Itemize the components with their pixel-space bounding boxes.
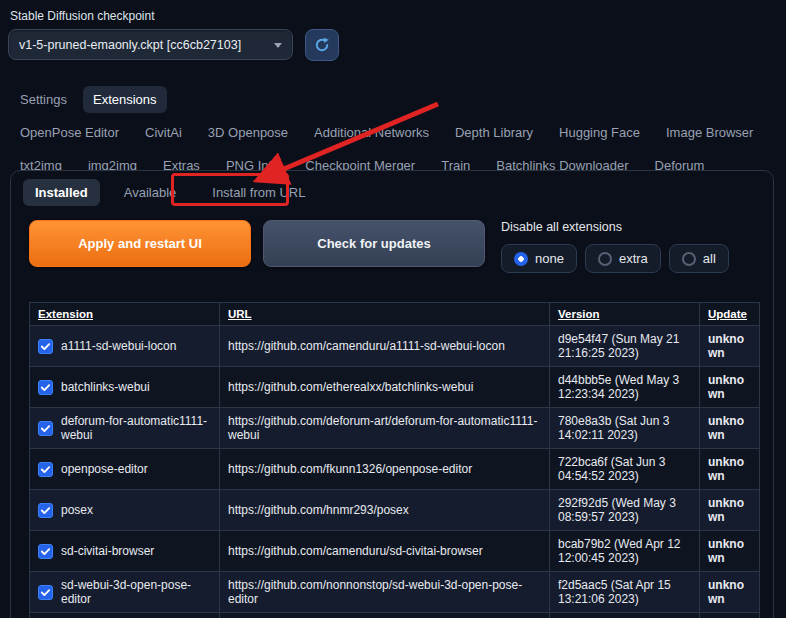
column-header-extension: Extension <box>30 303 220 326</box>
refresh-checkpoint-button[interactable] <box>305 29 339 61</box>
refresh-icon <box>313 36 331 54</box>
column-header-version: Version <box>550 303 700 326</box>
tab-settings[interactable]: Settings <box>10 86 77 113</box>
extension-name: posex <box>61 503 93 517</box>
app-root: Stable Diffusion checkpoint v1-5-pruned-… <box>0 0 786 618</box>
tab-hugging-face[interactable]: Hugging Face <box>549 119 650 146</box>
check-updates-button[interactable]: Check for updates <box>263 220 485 267</box>
extension-version: d44bbb5e (Wed May 3 12:23:34 2023) <box>550 367 700 408</box>
extension-update: unknown <box>700 449 760 490</box>
checkpoint-value: v1-5-pruned-emaonly.ckpt [cc6cb27103] <box>19 38 241 52</box>
main-tabbar: Settings Extensions OpenPose Editor Civi… <box>10 86 776 179</box>
extension-update: unknown <box>700 326 760 367</box>
table-row: sd-webui-additional-networks https://git… <box>30 613 760 618</box>
radio-label: none <box>535 251 564 266</box>
extension-name: sd-civitai-browser <box>61 544 154 558</box>
extension-url: https://github.com/fkunn1326/openpose-ed… <box>220 449 550 490</box>
tab-openpose-editor[interactable]: OpenPose Editor <box>10 119 129 146</box>
disable-extensions-label: Disable all extensions <box>501 220 729 234</box>
extension-version: bcab79b2 (Wed Apr 12 12:00:45 2023) <box>550 531 700 572</box>
disable-extensions-radio-group: none extra all <box>501 244 729 273</box>
extension-update: unknown <box>700 408 760 449</box>
subtab-installed[interactable]: Installed <box>23 179 100 206</box>
table-row: sd-webui-3d-open-pose-editor https://git… <box>30 572 760 613</box>
extension-name: batchlinks-webui <box>61 380 150 394</box>
extension-update: unknown <box>700 531 760 572</box>
extension-checkbox[interactable] <box>38 585 53 600</box>
tab-extensions[interactable]: Extensions <box>83 86 167 113</box>
extension-version: 292f92d5 (Wed May 3 08:59:57 2023) <box>550 490 700 531</box>
extension-name: openpose-editor <box>61 462 148 476</box>
disable-extensions-group: Disable all extensions none extra all <box>501 218 729 273</box>
tab-civitai[interactable]: CivitAi <box>135 119 192 146</box>
extensions-controls: Apply and restart UI Check for updates D… <box>23 218 761 294</box>
tab-depth-library[interactable]: Depth Library <box>445 119 543 146</box>
extension-url: https://github.com/camenduru/sd-civitai-… <box>220 531 550 572</box>
checkpoint-label: Stable Diffusion checkpoint <box>10 9 155 23</box>
extension-checkbox[interactable] <box>38 544 53 559</box>
extension-version: f2d5aac5 (Sat Apr 15 13:21:06 2023) <box>550 572 700 613</box>
tab-3d-openpose[interactable]: 3D Openpose <box>198 119 298 146</box>
radio-option-none[interactable]: none <box>501 244 577 273</box>
radio-option-extra[interactable]: extra <box>585 244 661 273</box>
extensions-panel: Installed Available Install from URL App… <box>10 170 774 618</box>
table-row: openpose-editor https://github.com/fkunn… <box>30 449 760 490</box>
subtab-install-from-url[interactable]: Install from URL <box>200 179 317 206</box>
radio-selected-icon <box>514 252 528 266</box>
table-row: deforum-for-automatic1111-webui https://… <box>30 408 760 449</box>
extension-url: https://github.com/deforum-art/deforum-f… <box>220 408 550 449</box>
extension-version: e9f3d622 (Tue May 23 <box>550 613 700 618</box>
extension-url: https://github.com/camenduru/a1111-sd-we… <box>220 326 550 367</box>
chevron-down-icon <box>274 43 282 48</box>
extension-checkbox[interactable] <box>38 421 53 436</box>
radio-label: extra <box>619 251 648 266</box>
radio-label: all <box>703 251 716 266</box>
extension-version: 780e8a3b (Sat Jun 3 14:02:11 2023) <box>550 408 700 449</box>
extension-checkbox[interactable] <box>38 503 53 518</box>
column-header-url: URL <box>220 303 550 326</box>
extension-url: https://github.com/nonnonstop/sd-webui-3… <box>220 572 550 613</box>
extension-name: sd-webui-3d-open-pose-editor <box>61 578 211 606</box>
extensions-table: Extension URL Version Update a1111-sd-we… <box>29 302 760 618</box>
extension-version: 722bca6f (Sat Jun 3 04:54:52 2023) <box>550 449 700 490</box>
extension-version: d9e54f47 (Sun May 21 21:16:25 2023) <box>550 326 700 367</box>
extension-url: https://github.com/kohya-ss/sd-webui-add… <box>220 613 550 618</box>
table-row: a1111-sd-webui-locon https://github.com/… <box>30 326 760 367</box>
extension-update: unknown <box>700 572 760 613</box>
radio-option-all[interactable]: all <box>669 244 729 273</box>
tab-additional-networks[interactable]: Additional Networks <box>304 119 439 146</box>
apply-restart-button[interactable]: Apply and restart UI <box>29 220 251 267</box>
extension-checkbox[interactable] <box>38 339 53 354</box>
extension-checkbox[interactable] <box>38 380 53 395</box>
extension-update <box>700 613 760 618</box>
checkpoint-dropdown[interactable]: v1-5-pruned-emaonly.ckpt [cc6cb27103] <box>8 29 293 60</box>
extension-name: deforum-for-automatic1111-webui <box>61 414 211 442</box>
extension-name: a1111-sd-webui-locon <box>61 339 176 353</box>
extension-checkbox[interactable] <box>38 462 53 477</box>
radio-unselected-icon <box>682 252 696 266</box>
table-row: sd-civitai-browser https://github.com/ca… <box>30 531 760 572</box>
table-header-row: Extension URL Version Update <box>30 303 760 326</box>
extension-url: https://github.com/hnmr293/posex <box>220 490 550 531</box>
subtab-available[interactable]: Available <box>112 179 189 206</box>
extension-update: unknown <box>700 490 760 531</box>
table-row: batchlinks-webui https://github.com/ethe… <box>30 367 760 408</box>
tab-image-browser[interactable]: Image Browser <box>656 119 763 146</box>
radio-unselected-icon <box>598 252 612 266</box>
extension-update: unknown <box>700 367 760 408</box>
table-row: posex https://github.com/hnmr293/posex 2… <box>30 490 760 531</box>
extension-url: https://github.com/etherealxx/batchlinks… <box>220 367 550 408</box>
column-header-update: Update <box>700 303 760 326</box>
extensions-subtabs: Installed Available Install from URL <box>23 179 761 206</box>
